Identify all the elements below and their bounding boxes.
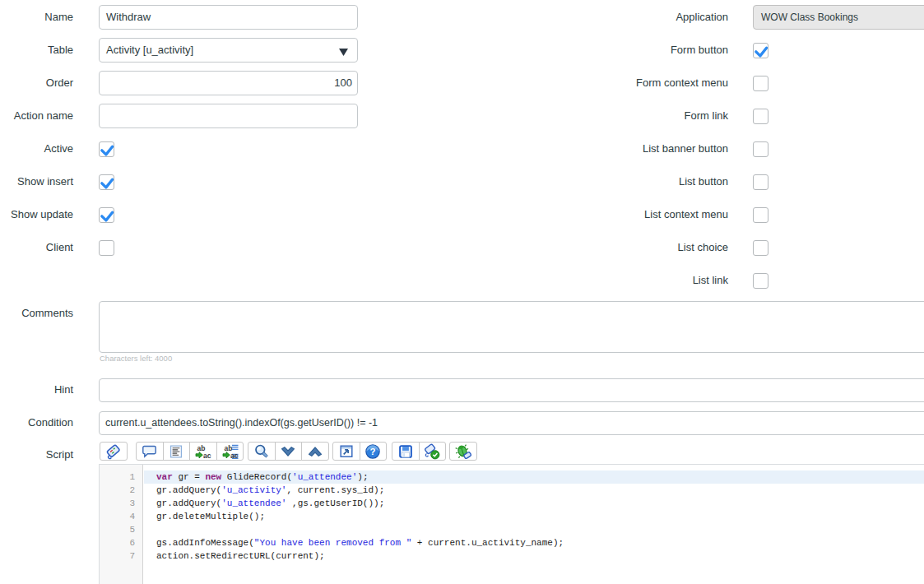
svg-text:ac: ac — [203, 451, 211, 459]
svg-text:?: ? — [370, 447, 376, 457]
svg-text:ac: ac — [230, 451, 239, 459]
